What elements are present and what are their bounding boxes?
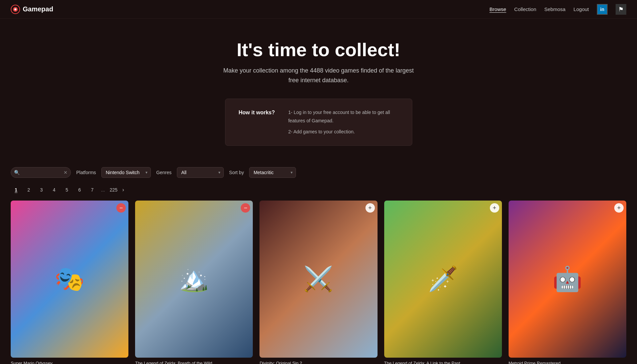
game-title-metroid: Metroid Prime Remastered: [509, 360, 626, 364]
game-grid: 🎭 − Super Mario Odyssey 🏔️ − The Legend …: [0, 201, 637, 364]
genre-select-wrap: All Action RPG Adventure Platformer Spor…: [177, 167, 224, 178]
game-image-mario: 🎭 −: [11, 201, 128, 358]
game-title-divinity: Divinity: Original Sin 2: [259, 360, 377, 364]
page-ellipsis: ...: [100, 187, 106, 193]
page-last[interactable]: 225: [108, 185, 119, 195]
page-3[interactable]: 3: [36, 185, 47, 195]
add-badge-zelda-alttp[interactable]: +: [490, 203, 499, 213]
page-7[interactable]: 7: [87, 185, 98, 195]
pagination: 1 2 3 4 5 6 7 ... 225 ›: [0, 182, 637, 201]
filters-section: 🔍 ✕ Platforms Nintendo Switch PlayStatio…: [0, 159, 637, 182]
genre-label: Genres: [156, 170, 172, 175]
divinity-art: ⚔️: [259, 201, 377, 358]
hero-section: It's time to collect! Make your collecti…: [0, 19, 637, 159]
search-input[interactable]: [11, 167, 71, 178]
game-title-mario: Super Mario Odyssey: [11, 360, 128, 364]
hero-subtitle: Make your collection among the 4488 vide…: [218, 66, 419, 85]
platform-select-wrap: Nintendo Switch PlayStation 5 Xbox Serie…: [101, 167, 151, 178]
how-it-works-steps: 1- Log in to your free account to be abl…: [288, 108, 399, 136]
how-it-works-box: How it works? 1- Log in to your free acc…: [225, 99, 412, 146]
search-icon: 🔍: [14, 170, 20, 175]
add-badge-metroid[interactable]: +: [614, 203, 624, 213]
add-badge-divinity[interactable]: +: [365, 203, 375, 213]
nav-collection[interactable]: Collection: [514, 6, 536, 12]
game-image-zelda-botw: 🏔️ −: [135, 201, 253, 358]
genre-select[interactable]: All Action RPG Adventure Platformer Spor…: [177, 167, 224, 178]
how-it-works-label: How it works?: [239, 108, 275, 116]
page-5[interactable]: 5: [62, 185, 72, 195]
search-clear-icon[interactable]: ✕: [64, 170, 68, 175]
corner-icon[interactable]: ⚑: [616, 4, 626, 15]
nav-browse[interactable]: Browse: [490, 6, 506, 12]
game-card-super-mario-odyssey[interactable]: 🎭 − Super Mario Odyssey: [11, 201, 128, 364]
platform-label: Platforms: [76, 170, 96, 175]
platform-select[interactable]: Nintendo Switch PlayStation 5 Xbox Serie…: [101, 167, 151, 178]
zelda-botw-art: 🏔️: [135, 201, 253, 358]
step-2: 2- Add games to your collection.: [288, 128, 399, 136]
logo-icon: [11, 5, 20, 14]
game-image-zelda-alttp: 🗡️ +: [384, 201, 502, 358]
hero-title: It's time to collect!: [7, 39, 630, 60]
game-title-zelda-botw: The Legend of Zelda: Breath of the Wild: [135, 360, 253, 364]
page-4[interactable]: 4: [49, 185, 60, 195]
zelda-alttp-art: 🗡️: [384, 201, 502, 358]
step-1: 1- Log in to your free account to be abl…: [288, 108, 399, 125]
sort-select-wrap: Metacritic Name Release Date Rating: [249, 167, 296, 178]
game-card-metroid[interactable]: 🤖 + Metroid Prime Remastered: [509, 201, 626, 364]
mario-art: 🎭: [11, 201, 128, 358]
metroid-art: 🤖: [509, 201, 626, 358]
next-page-icon[interactable]: ›: [121, 187, 125, 193]
game-card-zelda-alttp[interactable]: 🗡️ + The Legend of Zelda: A Link to the …: [384, 201, 502, 364]
game-title-zelda-alttp: The Legend of Zelda: A Link to the Past: [384, 360, 502, 364]
app-logo[interactable]: Gamepad: [11, 5, 53, 14]
game-card-divinity[interactable]: ⚔️ + Divinity: Original Sin 2: [259, 201, 377, 364]
game-card-zelda-botw[interactable]: 🏔️ − The Legend of Zelda: Breath of the …: [135, 201, 253, 364]
navbar: Gamepad Browse Collection Sebmosa Logout…: [0, 0, 637, 19]
sort-label: Sort by: [229, 170, 244, 175]
navbar-right: Browse Collection Sebmosa Logout in ⚑: [490, 4, 626, 15]
page-1[interactable]: 1: [11, 185, 21, 195]
page-2[interactable]: 2: [23, 185, 34, 195]
search-wrap: 🔍 ✕: [11, 167, 71, 178]
game-image-metroid: 🤖 +: [509, 201, 626, 358]
game-image-divinity: ⚔️ +: [259, 201, 377, 358]
sort-select[interactable]: Metacritic Name Release Date Rating: [249, 167, 296, 178]
nav-logout[interactable]: Logout: [573, 6, 589, 12]
page-6[interactable]: 6: [74, 185, 85, 195]
linkedin-button[interactable]: in: [597, 4, 608, 15]
nav-username[interactable]: Sebmosa: [544, 6, 565, 12]
app-name: Gamepad: [23, 5, 53, 13]
svg-point-2: [14, 8, 16, 10]
